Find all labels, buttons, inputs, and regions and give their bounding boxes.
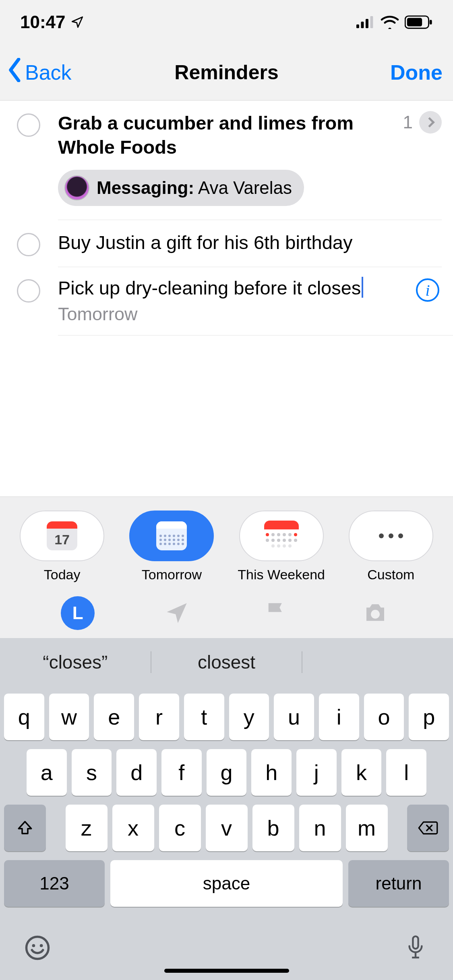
- camera-tool-button[interactable]: [358, 595, 393, 631]
- camera-icon: [362, 600, 389, 626]
- complete-toggle[interactable]: [17, 233, 40, 256]
- keyboard: “closes” closest qwertyuiop asdfghjkl zx…: [0, 638, 453, 980]
- calendar-weekend-icon: [264, 521, 299, 551]
- flag-icon: [263, 600, 290, 626]
- svg-point-9: [32, 944, 35, 947]
- cellular-signal-icon: [356, 16, 375, 28]
- status-time-text: 10:47: [20, 12, 66, 32]
- text-cursor: [362, 277, 363, 298]
- svg-rect-1: [361, 22, 364, 28]
- key-k[interactable]: k: [341, 749, 382, 796]
- calendar-today-icon: 17: [47, 521, 77, 550]
- key-x[interactable]: x: [112, 805, 154, 851]
- status-time: 10:47: [20, 12, 84, 32]
- emoji-key[interactable]: [24, 935, 51, 961]
- key-f[interactable]: f: [161, 749, 202, 796]
- complete-toggle[interactable]: [17, 113, 40, 137]
- key-d[interactable]: d: [116, 749, 157, 796]
- svg-point-10: [40, 944, 43, 947]
- key-r[interactable]: r: [139, 694, 179, 740]
- key-l[interactable]: l: [386, 749, 426, 796]
- svg-rect-0: [356, 25, 359, 28]
- reminder-row[interactable]: Buy Justin a gift for his 6th birthday: [0, 220, 453, 267]
- key-w[interactable]: w: [49, 694, 89, 740]
- reminder-row[interactable]: Grab a cucumber and limes from Whole Foo…: [0, 101, 453, 220]
- quick-today-label: Today: [44, 567, 81, 583]
- key-t[interactable]: t: [184, 694, 224, 740]
- key-a[interactable]: a: [27, 749, 67, 796]
- key-u[interactable]: u: [274, 694, 314, 740]
- svg-rect-2: [366, 19, 368, 28]
- time-tool-button[interactable]: L: [60, 595, 95, 631]
- suggestion[interactable]: closest: [151, 651, 303, 673]
- key-h[interactable]: h: [251, 749, 292, 796]
- key-i[interactable]: i: [319, 694, 359, 740]
- svg-rect-3: [370, 16, 373, 28]
- key-z[interactable]: z: [66, 805, 108, 851]
- backspace-key[interactable]: [407, 805, 449, 851]
- key-c[interactable]: c: [159, 805, 201, 851]
- key-s[interactable]: s: [72, 749, 112, 796]
- info-button[interactable]: i: [416, 278, 439, 302]
- context-chip[interactable]: Messaging: Ava Varelas: [58, 170, 304, 206]
- key-v[interactable]: v: [206, 805, 248, 851]
- chevron-left-icon: [7, 58, 23, 87]
- battery-icon: [405, 15, 433, 29]
- chip-text: Messaging: Ava Varelas: [97, 178, 292, 198]
- key-m[interactable]: m: [346, 805, 388, 851]
- quick-today[interactable]: 17 Today: [16, 511, 108, 583]
- clock-icon: L: [61, 596, 95, 630]
- key-b[interactable]: b: [252, 805, 294, 851]
- shift-icon: [17, 819, 33, 836]
- key-g[interactable]: g: [207, 749, 247, 796]
- reminder-date: Tomorrow: [58, 304, 416, 325]
- location-services-icon: [70, 15, 84, 29]
- back-label: Back: [25, 60, 72, 84]
- quick-this-weekend[interactable]: This Weekend: [236, 511, 327, 583]
- backspace-icon: [418, 820, 439, 836]
- contact-avatar: [64, 175, 89, 200]
- location-arrow-icon: [163, 600, 190, 626]
- reminder-title: Buy Justin a gift for his 6th birthday: [58, 231, 442, 255]
- svg-rect-11: [413, 936, 418, 949]
- dictation-key[interactable]: [402, 935, 429, 961]
- quick-tomorrow[interactable]: Tomorrow: [126, 511, 217, 583]
- calendar-tomorrow-icon: [156, 521, 187, 550]
- home-indicator[interactable]: [164, 969, 289, 973]
- key-j[interactable]: j: [296, 749, 337, 796]
- suggestion[interactable]: “closes”: [0, 651, 151, 673]
- flag-tool-button[interactable]: [259, 595, 294, 631]
- svg-point-8: [27, 937, 49, 959]
- key-y[interactable]: y: [229, 694, 269, 740]
- quick-weekend-label: This Weekend: [238, 567, 325, 583]
- back-button[interactable]: Back: [7, 58, 72, 87]
- space-key[interactable]: space: [110, 860, 343, 907]
- quick-tomorrow-label: Tomorrow: [142, 567, 202, 583]
- shift-key[interactable]: [4, 805, 46, 851]
- key-o[interactable]: o: [364, 694, 404, 740]
- complete-toggle[interactable]: [17, 279, 40, 303]
- quick-custom[interactable]: Custom: [345, 511, 437, 583]
- disclosure-button[interactable]: [419, 111, 442, 134]
- quick-custom-label: Custom: [367, 567, 414, 583]
- status-bar: 10:47: [0, 0, 453, 44]
- key-q[interactable]: q: [4, 694, 44, 740]
- svg-rect-5: [407, 18, 422, 27]
- key-n[interactable]: n: [299, 805, 341, 851]
- reminder-row-editing[interactable]: Pick up dry-cleaning before it closes To…: [0, 267, 453, 335]
- return-key[interactable]: return: [348, 860, 449, 907]
- numbers-key[interactable]: 123: [4, 860, 105, 907]
- chevron-right-icon: [424, 117, 434, 127]
- key-e[interactable]: e: [94, 694, 134, 740]
- suggestion-bar: “closes” closest: [0, 638, 453, 686]
- reminder-title-input[interactable]: Pick up dry-cleaning before it closes: [58, 277, 363, 299]
- wifi-icon: [381, 15, 399, 29]
- ellipsis-icon: [379, 533, 403, 538]
- done-button[interactable]: Done: [390, 60, 443, 84]
- reminder-title: Grab a cucumber and limes from Whole Foo…: [58, 111, 403, 159]
- svg-point-7: [371, 610, 380, 619]
- key-p[interactable]: p: [409, 694, 449, 740]
- subtask-count: 1: [403, 112, 413, 132]
- quick-toolbar: 17 Today Tomorrow: [0, 496, 453, 638]
- location-tool-button[interactable]: [159, 595, 194, 631]
